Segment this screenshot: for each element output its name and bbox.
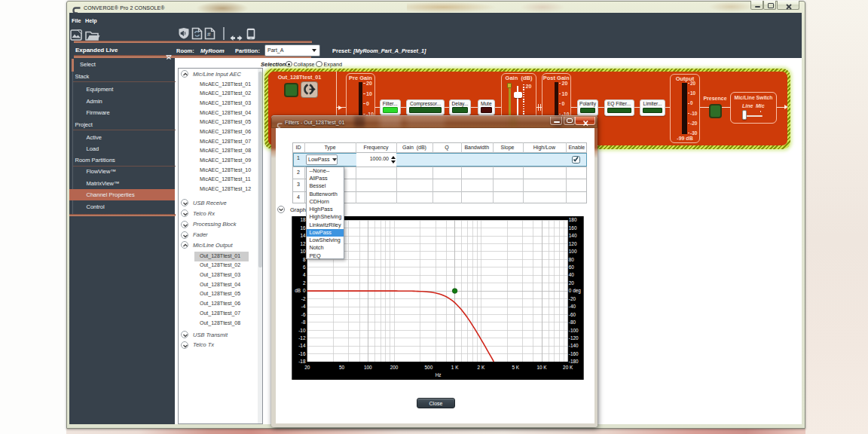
svg-text:10: 10 xyxy=(300,249,306,254)
svg-text:50: 50 xyxy=(339,365,345,370)
svg-text:40: 40 xyxy=(568,272,574,277)
svg-text:20 K: 20 K xyxy=(563,365,573,370)
svg-text:18: 18 xyxy=(300,217,306,222)
svg-text:-12: -12 xyxy=(298,335,306,341)
svg-text:-140: -140 xyxy=(568,343,578,348)
svg-text:140: 140 xyxy=(568,233,576,238)
svg-text:Hz: Hz xyxy=(435,372,441,377)
svg-text:-180: -180 xyxy=(568,359,578,364)
svg-text:-16: -16 xyxy=(298,351,306,356)
svg-text:-20: -20 xyxy=(568,296,576,301)
svg-text:2 K: 2 K xyxy=(477,365,484,370)
svg-text:-6: -6 xyxy=(301,312,305,317)
svg-text:14: 14 xyxy=(300,233,306,238)
svg-text:-40: -40 xyxy=(568,304,576,309)
svg-text:-120: -120 xyxy=(568,335,578,341)
svg-text:5 K: 5 K xyxy=(512,365,519,370)
svg-text:1 K: 1 K xyxy=(451,365,458,370)
svg-text:-60: -60 xyxy=(568,312,576,317)
svg-text:-10: -10 xyxy=(298,328,306,333)
svg-text:16: 16 xyxy=(300,225,306,231)
svg-text:-8: -8 xyxy=(301,319,305,325)
svg-text:0: 0 xyxy=(303,288,306,293)
svg-text:160: 160 xyxy=(568,225,576,231)
svg-text:200: 200 xyxy=(390,365,398,370)
svg-text:6: 6 xyxy=(303,264,306,270)
svg-text:-4: -4 xyxy=(301,304,305,309)
svg-text:100: 100 xyxy=(568,249,576,254)
svg-text:-160: -160 xyxy=(568,351,578,356)
svg-text:60: 60 xyxy=(568,264,574,270)
svg-text:120: 120 xyxy=(568,241,576,246)
svg-text:80: 80 xyxy=(568,257,574,262)
svg-text:#: # xyxy=(207,31,211,38)
svg-text:20: 20 xyxy=(568,280,574,286)
svg-text:180: 180 xyxy=(568,217,576,222)
svg-text:-14: -14 xyxy=(298,343,306,348)
svg-text:2: 2 xyxy=(303,280,306,286)
svg-text:0 deg: 0 deg xyxy=(568,288,580,294)
svg-text:10 K: 10 K xyxy=(536,365,547,370)
svg-text:-18: -18 xyxy=(298,359,306,364)
svg-text:-2: -2 xyxy=(301,296,305,301)
svg-text:dB: dB xyxy=(295,288,301,293)
svg-text:100: 100 xyxy=(364,365,372,370)
svg-text:-80: -80 xyxy=(568,319,576,325)
svg-text:20: 20 xyxy=(304,365,310,370)
svg-text:500: 500 xyxy=(424,365,432,370)
svg-text:-100: -100 xyxy=(568,328,578,333)
svg-text:12: 12 xyxy=(300,241,306,246)
svg-text:4: 4 xyxy=(303,272,306,277)
